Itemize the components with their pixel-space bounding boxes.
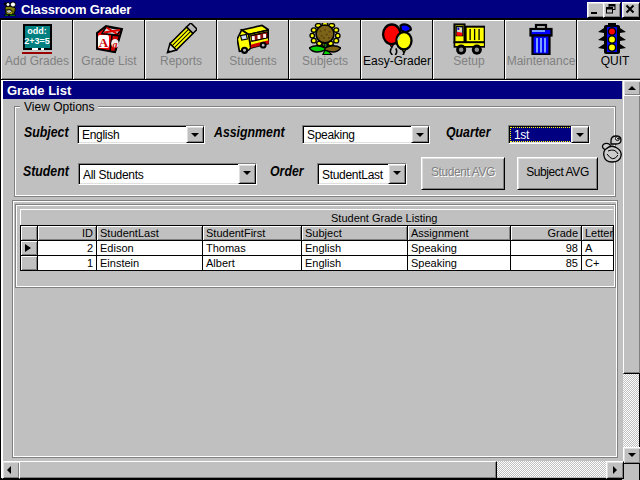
svg-text:a: a [113,39,118,50]
svg-text:A: A [99,35,109,50]
svg-text:2+3=5: 2+3=5 [24,36,50,46]
svg-text:odd:: odd: [27,26,47,36]
